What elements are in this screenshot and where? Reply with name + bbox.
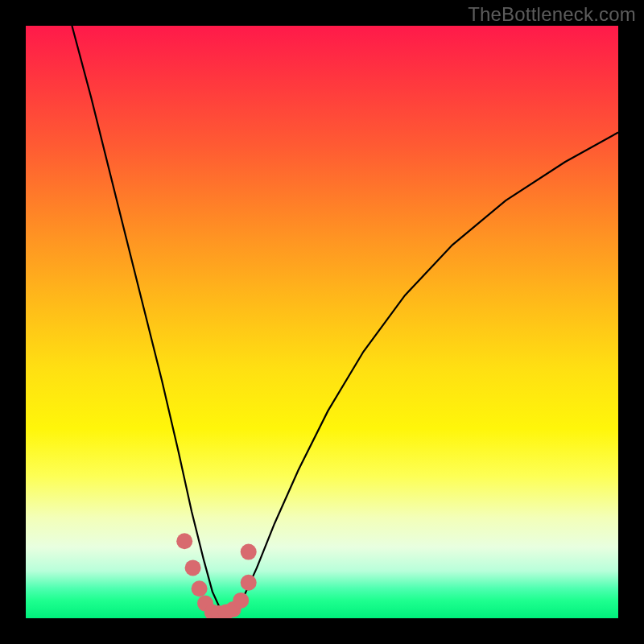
bottleneck-curve [72,26,618,613]
plot-area [26,26,618,618]
highlight-dot [176,533,192,549]
highlight-dot [192,580,208,597]
highlight-dot [241,575,257,591]
watermark-text: TheBottleneck.com [468,3,636,26]
bottleneck-curve-svg [26,26,618,618]
highlight-dot [185,559,201,576]
highlight-dot [241,544,257,560]
highlight-dot [233,592,249,609]
highlight-dots [176,533,257,618]
chart-frame: TheBottleneck.com [0,0,644,644]
